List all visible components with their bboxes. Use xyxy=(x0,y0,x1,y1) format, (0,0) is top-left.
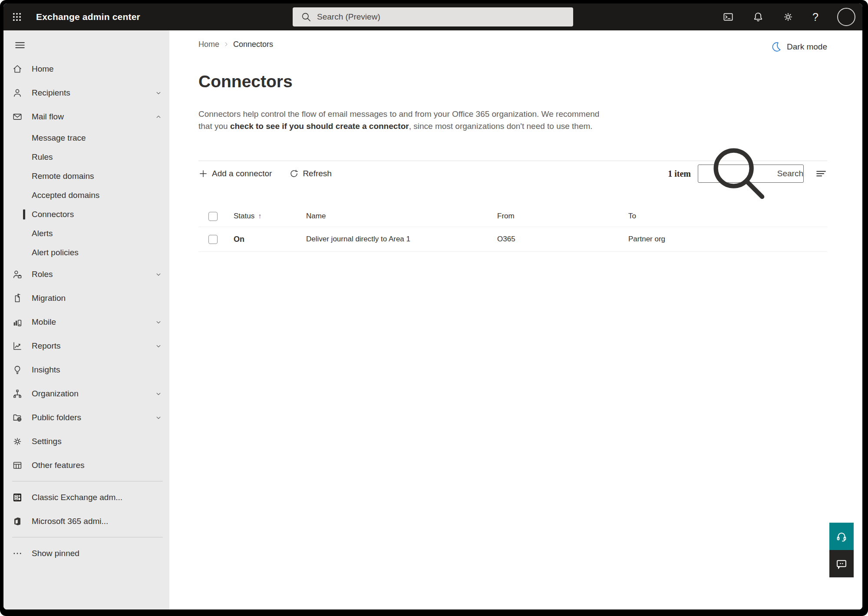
breadcrumb-current: Connectors xyxy=(233,40,273,49)
sidebar-item-label: Classic Exchange adm... xyxy=(32,493,122,502)
column-header-name[interactable]: Name xyxy=(306,212,497,221)
sidebar-item-rules[interactable]: Rules xyxy=(3,148,169,167)
chevron-up-icon xyxy=(154,112,163,121)
column-header-from[interactable]: From xyxy=(497,212,628,221)
sidebar-item-migration[interactable]: Migration xyxy=(3,286,169,310)
settings-icon xyxy=(12,436,23,447)
microsoft-365-icon xyxy=(12,516,23,527)
sidebar-item-remote-domains[interactable]: Remote domains xyxy=(3,167,169,186)
chevron-down-icon xyxy=(154,389,163,398)
sidebar-item-recipients[interactable]: Recipients xyxy=(3,81,169,105)
sidebar-item-other-features[interactable]: Other features xyxy=(3,453,169,477)
roles-icon xyxy=(12,269,23,280)
search-icon xyxy=(704,138,772,209)
main-content: Home Connectors Dark mode Connectors Con… xyxy=(169,30,862,609)
sidebar-item-label: Roles xyxy=(32,270,53,279)
list-search-input[interactable]: Search xyxy=(698,165,804,183)
sidebar-item-label: Organization xyxy=(32,389,79,399)
column-header-label: Status xyxy=(234,212,254,221)
add-connector-button[interactable]: Add a connector xyxy=(198,169,272,178)
sidebar-item-insights[interactable]: Insights xyxy=(3,358,169,382)
mail-flow-icon xyxy=(12,112,23,122)
app-launcher-button[interactable] xyxy=(8,8,26,26)
list-toolbar: Add a connector Refresh 1 item Search xyxy=(198,161,827,182)
plus-icon xyxy=(198,169,208,178)
sidebar-item-roles[interactable]: Roles xyxy=(3,262,169,286)
column-header-label: From xyxy=(497,212,515,221)
sidebar-item-home[interactable]: Home xyxy=(3,57,169,81)
list-search-placeholder: Search xyxy=(777,169,803,178)
sidebar-item-settings[interactable]: Settings xyxy=(3,429,169,453)
topbar-actions: ? xyxy=(723,8,862,26)
sidebar-item-label: Remote domains xyxy=(32,171,94,181)
settings-gear-icon[interactable] xyxy=(782,11,794,23)
help-support-button[interactable] xyxy=(829,523,854,550)
column-header-label: To xyxy=(628,212,636,221)
sidebar-item-label: Message trace xyxy=(32,133,86,143)
global-search-placeholder: Search (Preview) xyxy=(317,12,380,22)
insights-icon xyxy=(12,365,23,375)
toolbar-right: 1 item Search xyxy=(668,165,827,183)
sidebar-item-label: Mail flow xyxy=(32,112,64,122)
sidebar-item-reports[interactable]: Reports xyxy=(3,334,169,358)
sidebar-item-label: Migration xyxy=(32,293,66,303)
select-all-checkbox[interactable] xyxy=(208,212,218,221)
toolbar-commands: Add a connector Refresh xyxy=(198,169,332,178)
moon-icon xyxy=(770,41,782,53)
page-description: Connectors help control the flow of emai… xyxy=(198,108,615,132)
notifications-bell-icon[interactable] xyxy=(752,11,764,23)
help-icon[interactable]: ? xyxy=(812,12,818,23)
column-header-status[interactable]: Status↑ xyxy=(234,212,306,221)
column-header-to[interactable]: To xyxy=(628,212,827,221)
chevron-down-icon xyxy=(154,318,163,326)
chevron-right-icon xyxy=(223,41,229,47)
sidebar-item-label: Settings xyxy=(32,437,62,446)
filter-icon[interactable] xyxy=(815,168,827,180)
sidebar-item-public-folders[interactable]: Public folders xyxy=(3,405,169,429)
dark-mode-label: Dark mode xyxy=(787,42,827,52)
hamburger-menu-icon[interactable] xyxy=(14,40,26,51)
sidebar-item-label: Accepted domains xyxy=(32,191,99,200)
breadcrumb-home[interactable]: Home xyxy=(198,40,219,49)
topbar: Exchange admin center Search (Preview) ? xyxy=(3,3,862,30)
breadcrumb: Home Connectors xyxy=(198,40,827,49)
account-avatar[interactable] xyxy=(837,8,855,26)
table-header-row: Status↑NameFromTo xyxy=(198,206,827,227)
table-cell-name: Deliver journal directly to Area 1 xyxy=(306,235,497,244)
app-window-frame: Exchange admin center Search (Preview) ?… xyxy=(0,0,868,616)
feedback-button[interactable] xyxy=(829,550,854,577)
sidebar-item-connectors[interactable]: Connectors xyxy=(3,205,169,224)
body: HomeRecipientsMail flowMessage traceRule… xyxy=(3,30,862,609)
classic-exchange-icon xyxy=(12,492,23,503)
refresh-button[interactable]: Refresh xyxy=(289,169,332,178)
home-icon xyxy=(12,64,23,74)
table-cell-status: On xyxy=(234,235,306,244)
chevron-down-icon xyxy=(154,342,163,350)
waffle-icon xyxy=(11,11,23,23)
sidebar-item-show-pinned[interactable]: Show pinned xyxy=(3,541,169,565)
chevron-down-icon xyxy=(154,89,163,97)
sidebar-item-classic-exchange-adm[interactable]: Classic Exchange adm... xyxy=(3,485,169,509)
terminal-icon[interactable] xyxy=(723,11,734,23)
sidebar-item-mail-flow[interactable]: Mail flow xyxy=(3,105,169,128)
sidebar-item-label: Rules xyxy=(32,152,53,162)
sidebar-item-microsoft-365-admi[interactable]: Microsoft 365 admi... xyxy=(3,509,169,533)
global-search-input[interactable]: Search (Preview) xyxy=(293,7,573,26)
sidebar-item-label: Alerts xyxy=(32,229,53,238)
table-cell-to: Partner org xyxy=(628,235,827,244)
sidebar-item-message-trace[interactable]: Message trace xyxy=(3,128,169,148)
sidebar-item-alert-policies[interactable]: Alert policies xyxy=(3,243,169,262)
description-link[interactable]: check to see if you should create a conn… xyxy=(230,122,409,131)
row-checkbox[interactable] xyxy=(208,235,218,244)
table-cell-from: O365 xyxy=(497,235,628,244)
headset-icon xyxy=(835,530,848,543)
item-count: 1 item xyxy=(668,169,691,179)
sidebar-item-accepted-domains[interactable]: Accepted domains xyxy=(3,186,169,205)
table-row[interactable]: OnDeliver journal directly to Area 1O365… xyxy=(198,227,827,252)
sidebar-item-organization[interactable]: Organization xyxy=(3,382,169,405)
sidebar-item-mobile[interactable]: Mobile xyxy=(3,310,169,334)
migration-icon xyxy=(12,293,23,303)
feedback-bubble-icon xyxy=(835,558,848,570)
sidebar-item-alerts[interactable]: Alerts xyxy=(3,224,169,243)
dark-mode-toggle[interactable]: Dark mode xyxy=(770,41,827,53)
